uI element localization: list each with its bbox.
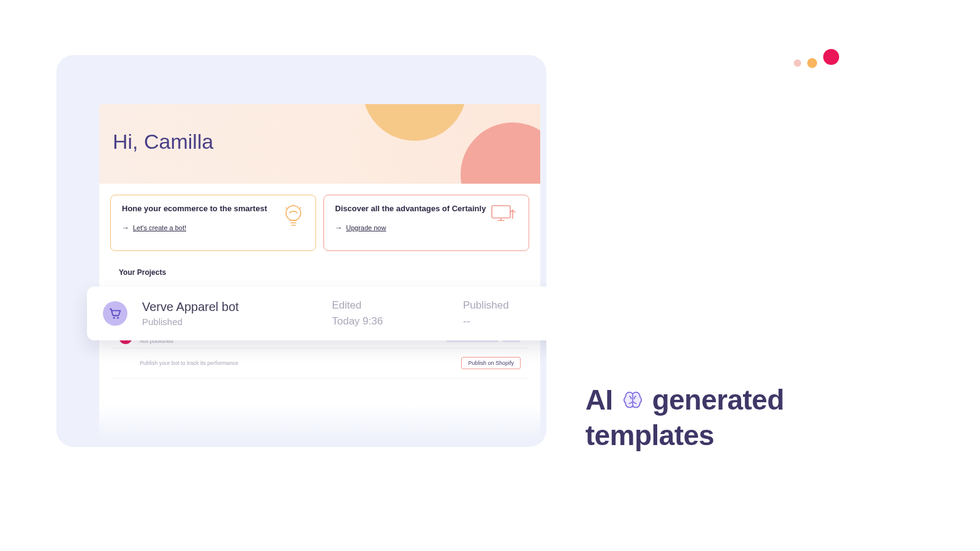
tagline: AI generated templates xyxy=(586,383,784,453)
project-name: Verve Apparel bot xyxy=(142,300,317,314)
dot-small-icon xyxy=(794,59,801,67)
hero-banner: Hi, Camilla xyxy=(99,104,540,184)
svg-rect-1 xyxy=(492,206,510,218)
tagline-word-ai: AI xyxy=(586,383,613,418)
hero-circle-icon xyxy=(363,104,467,141)
greeting-title: Hi, Camilla xyxy=(113,130,213,154)
brain-icon xyxy=(620,388,645,413)
brand-dots xyxy=(794,55,839,71)
edited-value: Today 9:36 xyxy=(332,315,448,328)
project-row-highlight[interactable]: Verve Apparel bot Published Edited Today… xyxy=(87,287,546,340)
published-label: Published xyxy=(463,299,546,312)
projects-heading: Your Projects xyxy=(99,251,540,280)
publish-shopify-button[interactable]: Publish on Shopify xyxy=(461,357,521,369)
svg-point-0 xyxy=(286,206,301,220)
monitor-upgrade-icon xyxy=(491,204,518,223)
arrow-right-icon: → xyxy=(122,223,129,232)
publish-hint-row: Publish your bot to track its performanc… xyxy=(111,348,528,378)
cart-icon xyxy=(108,307,122,320)
dashboard-panel: Hi, Camilla Hone your ecommerce to the s… xyxy=(99,104,540,447)
arrow-right-icon: → xyxy=(335,223,342,232)
project-status: Published xyxy=(142,317,317,327)
hero-circle-icon xyxy=(461,122,540,184)
svg-point-3 xyxy=(117,317,119,319)
promo-upgrade[interactable]: Discover all the advantages of Certainly… xyxy=(323,195,529,251)
project-avatar-icon xyxy=(103,301,127,326)
published-value: -- xyxy=(463,315,546,328)
edited-label: Edited xyxy=(332,299,448,312)
promo-title: Discover all the advantages of Certainly xyxy=(335,204,486,213)
dot-medium-icon xyxy=(807,58,817,68)
tagline-word-templates: templates xyxy=(586,418,784,454)
dashboard-card: Hi, Camilla Hone your ecommerce to the s… xyxy=(56,55,546,447)
lightbulb-icon xyxy=(282,204,304,230)
tagline-word-generated: generated xyxy=(652,383,784,418)
svg-point-2 xyxy=(113,317,115,319)
promo-create-bot[interactable]: Hone your ecommerce to the smartest → Le… xyxy=(110,195,316,251)
promo-title: Hone your ecommerce to the smartest xyxy=(122,204,267,213)
publish-hint-text: Publish your bot to track its performanc… xyxy=(140,360,461,366)
upgrade-link[interactable]: → Upgrade now xyxy=(335,223,386,232)
dot-large-icon xyxy=(823,49,839,65)
create-bot-link[interactable]: → Let's create a bot! xyxy=(122,223,186,232)
